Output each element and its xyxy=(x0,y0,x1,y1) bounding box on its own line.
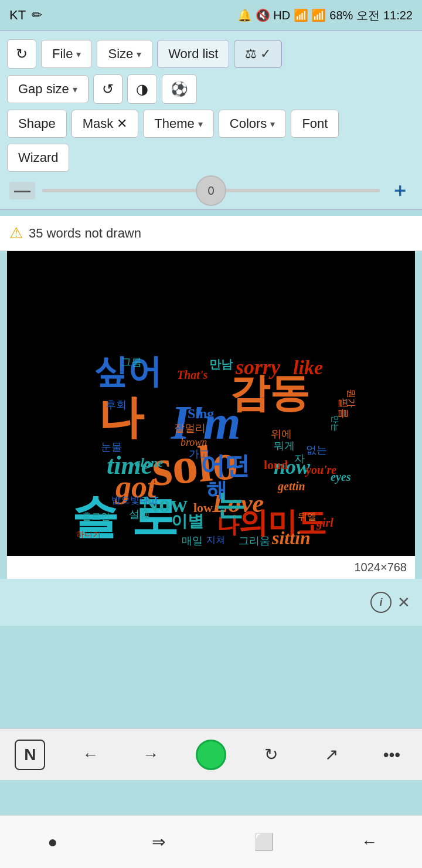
svg-text:clone: clone xyxy=(135,455,164,470)
svg-text:sittin: sittin xyxy=(271,527,311,548)
svg-text:뭐게: 뭐게 xyxy=(274,440,295,452)
back-sys-button[interactable]: ← xyxy=(346,819,393,866)
svg-text:뒤엘: 뒤엘 xyxy=(298,511,316,521)
svg-text:밥으빛나고: 밥으빛나고 xyxy=(111,495,158,505)
battery-label: 68% xyxy=(329,9,353,22)
theme-button[interactable]: Theme ▾ xyxy=(143,110,213,138)
svg-text:girl: girl xyxy=(316,516,333,530)
size-button[interactable]: Size ▾ xyxy=(97,40,152,68)
svg-text:잘멀리: 잘멀리 xyxy=(174,422,206,434)
share-button[interactable]: ↗ xyxy=(308,731,355,778)
svg-text:gettin: gettin xyxy=(277,480,305,493)
colors-dropdown-arrow: ▾ xyxy=(270,118,275,130)
gapsize-dropdown-arrow: ▾ xyxy=(73,84,77,95)
gapsize-button[interactable]: Gap size ▾ xyxy=(7,75,89,103)
scale-icon: ⚖ xyxy=(245,46,257,62)
signal-icon: ✏ xyxy=(32,8,42,23)
svg-text:뭔가: 뭔가 xyxy=(346,389,356,408)
redo-button[interactable]: ↺ xyxy=(93,74,122,104)
toolbar-area: ↻ File ▾ Size ▾ Word list ⚖ ✓ Gap size ▾… xyxy=(0,30,422,210)
font-button[interactable]: Font xyxy=(291,110,339,138)
svg-text:가고: 가고 xyxy=(189,448,210,460)
soccer-button[interactable]: ⚽ xyxy=(162,74,197,104)
scale-button[interactable]: ⚖ ✓ xyxy=(234,40,282,68)
notification-icons: 🔔 🔇 HD 📶 📶 xyxy=(237,8,326,22)
more-button[interactable]: ••• xyxy=(368,731,415,778)
n-logo-button[interactable]: N xyxy=(6,731,53,778)
toolbar-row-3: Shape Mask ✕ Theme ▾ Colors ▾ Font xyxy=(7,110,415,138)
carrier-label: KT xyxy=(9,8,26,23)
svg-text:eyes: eyes xyxy=(331,470,351,484)
svg-text:만남: 만남 xyxy=(209,358,233,371)
slider-minus-button[interactable]: — xyxy=(9,182,35,199)
svg-text:설렘: 설렘 xyxy=(129,508,150,520)
recents-sys-button[interactable]: ⇒ xyxy=(135,819,182,866)
svg-text:매일: 매일 xyxy=(182,535,203,547)
svg-text:low: low xyxy=(193,500,213,515)
wordcloud-svg: solo 슬 로 I'm 나 감동 싶어 got time Now Love n… xyxy=(7,251,415,556)
reload-button[interactable]: ↻ xyxy=(248,731,295,778)
svg-text:자: 자 xyxy=(294,453,305,464)
svg-text:That's: That's xyxy=(177,368,207,381)
apps-sys-button[interactable]: ⬜ xyxy=(240,819,287,866)
svg-text:like: like xyxy=(293,357,323,378)
browser-navbar: N ← → ↻ ↗ ••• xyxy=(0,728,422,780)
file-dropdown-arrow: ▾ xyxy=(76,49,81,60)
svg-text:만는: 만는 xyxy=(331,415,340,432)
ad-close-button[interactable]: ✕ xyxy=(397,594,410,612)
slider-track[interactable]: 0 xyxy=(42,189,380,192)
contrast-button[interactable]: ◑ xyxy=(127,74,157,104)
system-bar: ● ⇒ ⬜ ← xyxy=(0,815,422,868)
warning-bar: ⚠ 35 words not drawn xyxy=(0,216,422,251)
theme-dropdown-arrow: ▾ xyxy=(198,118,203,130)
wordcloud-container: solo 슬 로 I'm 나 감동 싶어 got time Now Love n… xyxy=(7,251,415,556)
svg-text:loud: loud xyxy=(264,457,288,472)
svg-text:그리움: 그리움 xyxy=(239,535,270,547)
warning-icon: ⚠ xyxy=(9,224,23,242)
svg-text:홀로인: 홀로인 xyxy=(82,511,110,521)
slider-row: — 0 ＋ xyxy=(7,178,415,204)
wordlist-button[interactable]: Word list xyxy=(157,40,229,68)
toolbar-row-1: ↻ File ▾ Size ▾ Word list ⚖ ✓ xyxy=(7,39,415,69)
shape-button[interactable]: Shape xyxy=(7,110,67,138)
svg-text:brown: brown xyxy=(181,436,207,448)
slider-plus-button[interactable]: ＋ xyxy=(387,178,413,204)
home-button[interactable] xyxy=(188,731,234,778)
time-label: 오전 11:22 xyxy=(356,8,413,23)
svg-text:는: 는 xyxy=(216,489,245,521)
svg-text:하니기: 하니기 xyxy=(76,530,101,539)
refresh-button[interactable]: ↻ xyxy=(7,39,36,69)
size-dropdown-arrow: ▾ xyxy=(137,49,141,60)
svg-text:sorry: sorry xyxy=(235,355,281,379)
svg-text:그름: 그름 xyxy=(121,356,142,368)
svg-text:지쳐: 지쳐 xyxy=(206,535,225,545)
ad-bar: i ✕ xyxy=(0,579,422,626)
file-button[interactable]: File ▾ xyxy=(41,40,92,68)
back-button[interactable]: ← xyxy=(67,731,114,778)
svg-text:위에: 위에 xyxy=(271,428,292,440)
colors-button[interactable]: Colors ▾ xyxy=(219,110,287,138)
wizard-button[interactable]: Wizard xyxy=(7,144,69,172)
mask-button[interactable]: Mask ✕ xyxy=(72,110,139,138)
svg-text:Sing: Sing xyxy=(188,406,214,421)
status-bar: KT ✏ 🔔 🔇 HD 📶 📶 68% 오전 11:22 xyxy=(0,0,422,30)
scale-check: ✓ xyxy=(260,46,271,62)
toolbar-row-2: Gap size ▾ ↺ ◑ ⚽ xyxy=(7,74,415,104)
n-logo: N xyxy=(15,740,45,770)
svg-text:후회: 후회 xyxy=(106,399,127,411)
home-circle xyxy=(196,740,226,770)
svg-text:눈물: 눈물 xyxy=(101,441,122,453)
svg-text:없는: 없는 xyxy=(306,444,327,456)
slider-thumb[interactable]: 0 xyxy=(196,175,226,206)
forward-button[interactable]: → xyxy=(127,731,174,778)
warning-text: 35 words not drawn xyxy=(29,226,141,241)
dimensions-label: 1024×768 xyxy=(7,556,415,579)
ad-info-button[interactable]: i xyxy=(370,592,392,613)
home-sys-button[interactable]: ● xyxy=(29,819,76,866)
toolbar-row-4: Wizard xyxy=(7,144,415,172)
